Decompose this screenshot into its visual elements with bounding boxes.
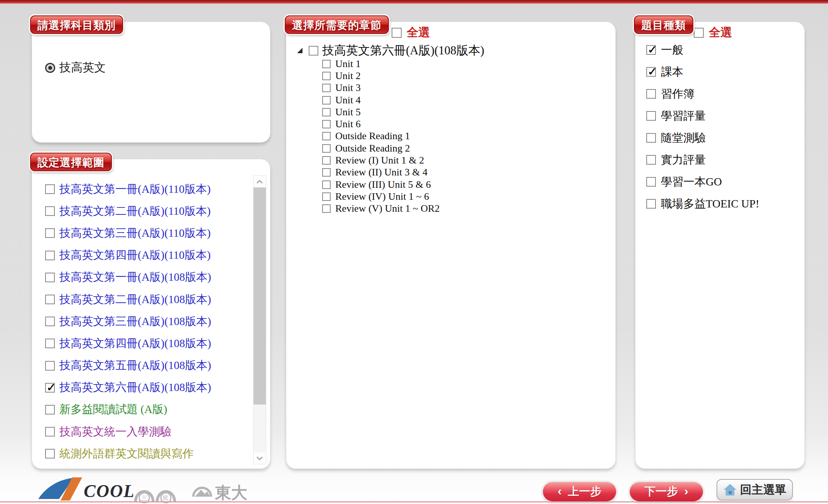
chapter-item-label[interactable]: Outside Reading 1 [335,130,410,142]
type-item-checkbox[interactable] [646,67,656,77]
subject-radio-label[interactable]: 技高英文 [59,60,106,76]
tree-expander-icon[interactable] [297,47,303,54]
chapter-item-checkbox[interactable] [322,192,331,201]
chapter-item-row[interactable]: Outside Reading 1 [322,130,439,142]
scope-item-label[interactable]: 技高英文第五冊(A版)(108版本) [59,358,211,373]
chapter-item-row[interactable]: Unit 3 [322,82,439,94]
chapter-item-checkbox[interactable] [322,144,331,153]
type-item-row[interactable]: 學習一本GO [646,171,759,193]
chapter-item-row[interactable]: Unit 2 [322,70,439,82]
chapter-root-label[interactable]: 技高英文第六冊(A版)(108版本) [322,42,484,59]
type-item-checkbox[interactable] [646,89,656,99]
chapter-item-checkbox[interactable] [322,108,331,116]
chapter-item-checkbox[interactable] [322,204,331,213]
scrollbar-thumb[interactable] [253,187,266,405]
chapter-select-all-checkbox[interactable] [392,28,402,38]
scope-item-row[interactable]: 技高英文第三冊(A版)(110版本) [45,222,246,244]
subject-option-row[interactable]: 技高英文 [45,60,106,76]
scope-item-row[interactable]: 技高英文第五冊(A版)(108版本) [45,355,246,377]
chapter-item-row[interactable]: Review (I) Unit 1 & 2 [322,154,439,166]
chapter-item-checkbox[interactable] [322,132,331,140]
scope-item-label[interactable]: 技高英文第一冊(A版)(110版本) [59,182,211,197]
chapter-item-label[interactable]: Unit 3 [335,82,361,94]
chapter-item-label[interactable]: Unit 1 [335,58,361,70]
type-item-checkbox[interactable] [646,199,656,209]
chapter-select-all-label[interactable]: 全選 [407,25,430,40]
type-item-checkbox[interactable] [646,155,656,165]
type-item-label[interactable]: 學習一本GO [661,174,722,190]
chapter-item-row[interactable]: Unit 1 [322,58,439,70]
scope-item-row[interactable]: 技高英文第四冊(A版)(110版本) [45,244,246,266]
scope-item-checkbox[interactable] [45,361,55,371]
scope-item-label[interactable]: 技高英文第四冊(A版)(108版本) [59,336,211,351]
subject-radio[interactable] [45,63,55,73]
chapter-item-row[interactable]: Review (V) Unit 1 ~ OR2 [322,203,439,215]
scope-item-checkbox[interactable] [45,228,55,238]
scope-item-label[interactable]: 技高英文第三冊(A版)(108版本) [59,314,211,329]
next-button[interactable]: 下一步 › [630,482,703,501]
chapter-item-checkbox[interactable] [322,168,331,177]
chapter-item-label[interactable]: Unit 5 [335,106,361,118]
chapter-item-label[interactable]: Review (IV) Unit 1 ~ 6 [335,191,429,202]
chapter-item-row[interactable]: Unit 4 [322,94,439,106]
scope-item-label[interactable]: 統測外語群英文閱讀與寫作 [59,446,194,462]
scope-item-label[interactable]: 技高英文第三冊(A版)(110版本) [59,226,211,241]
chapter-item-checkbox[interactable] [322,96,331,105]
chapter-select-all-row[interactable]: 全選 [392,25,430,40]
chapter-item-checkbox[interactable] [322,84,331,92]
type-item-row[interactable]: 一般 [646,39,759,61]
chapter-item-label[interactable]: Review (II) Unit 3 & 4 [335,167,428,178]
type-item-row[interactable]: 習作簿 [646,83,759,105]
scope-item-checkbox[interactable] [45,184,55,194]
scope-item-row[interactable]: 技高英文第二冊(A版)(110版本) [45,200,246,222]
scope-item-checkbox[interactable] [45,317,55,326]
type-item-checkbox[interactable] [646,177,656,187]
scope-item-checkbox[interactable] [45,405,55,415]
scope-item-checkbox[interactable] [45,339,55,348]
type-item-checkbox[interactable] [646,133,656,143]
scope-item-label[interactable]: 新多益閱讀試題 (A版) [59,402,167,417]
chapter-item-row[interactable]: Review (II) Unit 3 & 4 [322,167,439,179]
scope-item-checkbox[interactable] [45,273,55,282]
chapter-item-row[interactable]: Review (III) Unit 5 & 6 [322,179,439,190]
chapter-item-row[interactable]: Outside Reading 2 [322,142,439,154]
type-select-all-label[interactable]: 全選 [709,25,732,40]
type-item-label[interactable]: 學習評量 [661,108,706,124]
type-item-row[interactable]: 課本 [646,61,759,83]
scope-scrollbar[interactable] [253,175,266,464]
scroll-down-button[interactable] [253,452,266,464]
scope-item-checkbox[interactable] [45,383,55,393]
scope-item-row[interactable]: 技高英文第六冊(A版)(108版本) [45,377,246,399]
chapter-item-label[interactable]: Review (V) Unit 1 ~ OR2 [335,203,439,214]
scope-item-row[interactable]: 技高英文統一入學測驗 [45,421,246,443]
type-item-label[interactable]: 課本 [661,64,683,80]
scope-item-checkbox[interactable] [45,427,55,437]
scope-item-checkbox[interactable] [45,251,55,260]
type-item-row[interactable]: 職場多益TOEIC UP! [646,193,759,215]
scope-item-label[interactable]: 技高英文第六冊(A版)(108版本) [59,380,211,395]
scope-item-label[interactable]: 技高英文第一冊(A版)(108版本) [59,270,211,285]
scope-item-row[interactable]: 技高英文第二冊(A版)(108版本) [45,288,246,310]
chapter-item-checkbox[interactable] [322,60,331,68]
type-item-row[interactable]: 實力評量 [646,149,759,171]
chapter-item-row[interactable]: Unit 6 [322,118,439,130]
chapter-item-checkbox[interactable] [322,156,331,165]
type-select-all-row[interactable]: 全選 [694,25,732,40]
chapter-root-checkbox[interactable] [309,46,318,56]
type-item-row[interactable]: 隨堂測驗 [646,127,759,149]
chapter-item-row[interactable]: Review (IV) Unit 1 ~ 6 [322,190,439,202]
scope-item-label[interactable]: 技高英文第二冊(A版)(108版本) [59,292,211,307]
chapter-item-checkbox[interactable] [322,120,331,128]
scope-item-row[interactable]: 技高英文第三冊(A版)(108版本) [45,310,246,332]
scroll-up-button[interactable] [253,176,266,187]
type-item-label[interactable]: 習作簿 [661,86,695,102]
chapter-item-row[interactable]: Unit 5 [322,106,439,118]
chapter-item-label[interactable]: Review (I) Unit 1 & 2 [335,155,424,166]
scope-item-label[interactable]: 技高英文統一入學測驗 [59,424,171,440]
chapter-item-label[interactable]: Outside Reading 2 [335,143,410,154]
chapter-item-checkbox[interactable] [322,72,331,80]
type-item-label[interactable]: 實力評量 [661,152,706,168]
scope-item-label[interactable]: 技高英文第二冊(A版)(110版本) [59,204,211,219]
type-item-row[interactable]: 學習評量 [646,105,759,127]
scope-item-label[interactable]: 技高英文第四冊(A版)(110版本) [59,248,211,263]
